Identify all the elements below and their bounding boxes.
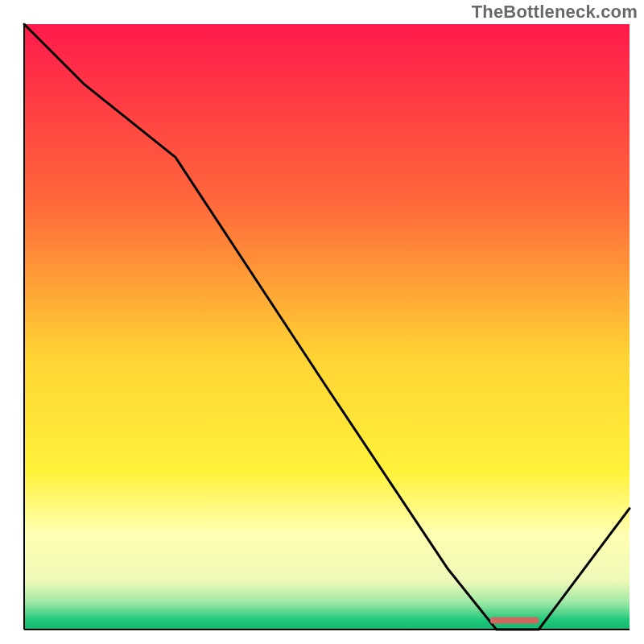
bottleneck-chart xyxy=(0,0,644,644)
optimal-range-marker xyxy=(490,617,539,624)
chart-frame: TheBottleneck.com xyxy=(0,0,644,644)
plot-background xyxy=(24,24,630,630)
